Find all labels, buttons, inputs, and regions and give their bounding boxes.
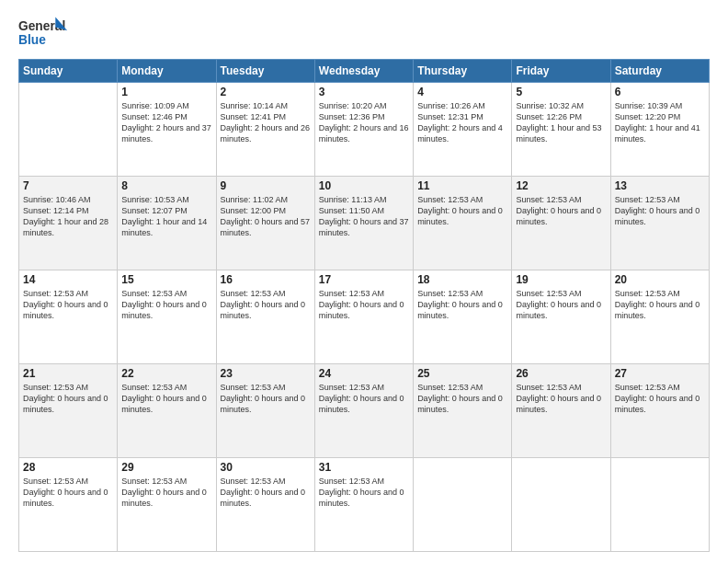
day-number: 11	[417, 179, 507, 192]
day-cell: 5Sunrise: 10:32 AM Sunset: 12:26 PM Dayl…	[512, 83, 610, 177]
day-cell: 20Sunset: 12:53 AM Daylight: 0 hours and…	[610, 270, 709, 364]
day-number: 27	[615, 367, 705, 380]
day-info: Sunset: 12:53 AM Daylight: 0 hours and 0…	[615, 382, 705, 415]
day-info: Sunset: 12:53 AM Daylight: 0 hours and 0…	[319, 382, 409, 415]
day-info: Sunrise: 10:20 AM Sunset: 12:36 PM Dayli…	[319, 100, 409, 145]
day-cell: 8Sunrise: 10:53 AM Sunset: 12:07 PM Dayl…	[118, 177, 216, 270]
day-info: Sunset: 12:53 AM Daylight: 0 hours and 0…	[23, 476, 113, 509]
day-cell: 16Sunset: 12:53 AM Daylight: 0 hours and…	[216, 270, 314, 364]
week-row-4: 21Sunset: 12:53 AM Daylight: 0 hours and…	[19, 364, 710, 458]
day-info: Sunset: 12:53 AM Daylight: 0 hours and 0…	[121, 288, 211, 321]
day-number: 18	[417, 273, 507, 286]
logo: GeneralBlue	[18, 15, 73, 50]
day-info: Sunrise: 10:46 AM Sunset: 12:14 PM Dayli…	[23, 194, 113, 239]
day-info: Sunrise: 10:26 AM Sunset: 12:31 PM Dayli…	[417, 100, 507, 145]
day-cell: 2Sunrise: 10:14 AM Sunset: 12:41 PM Dayl…	[216, 83, 314, 177]
day-number: 23	[221, 367, 311, 380]
svg-text:Blue: Blue	[18, 33, 46, 47]
day-cell: 19Sunset: 12:53 AM Daylight: 0 hours and…	[512, 270, 610, 364]
day-number: 9	[221, 179, 311, 192]
day-cell: 29Sunset: 12:53 AM Daylight: 0 hours and…	[118, 458, 216, 552]
day-info: Sunset: 12:53 AM Daylight: 0 hours and 0…	[221, 382, 311, 415]
day-info: Sunset: 12:53 AM Daylight: 0 hours and 0…	[319, 476, 409, 509]
day-info: Sunrise: 10:09 AM Sunset: 12:46 PM Dayli…	[121, 100, 211, 145]
day-number: 10	[319, 179, 409, 192]
day-number: 25	[417, 367, 507, 380]
column-header-saturday: Saturday	[610, 60, 709, 83]
day-number: 22	[121, 367, 211, 380]
day-cell	[610, 458, 709, 552]
day-number: 15	[121, 273, 211, 286]
day-info: Sunset: 12:53 AM Daylight: 0 hours and 0…	[121, 382, 211, 415]
day-info: Sunset: 12:53 AM Daylight: 0 hours and 0…	[23, 382, 113, 415]
day-info: Sunrise: 11:13 AM Sunset: 11:50 AM Dayli…	[319, 194, 409, 239]
column-header-friday: Friday	[512, 60, 610, 83]
day-cell: 31Sunset: 12:53 AM Daylight: 0 hours and…	[314, 458, 413, 552]
day-number: 17	[319, 273, 409, 286]
header: GeneralBlue	[18, 15, 710, 50]
day-cell: 4Sunrise: 10:26 AM Sunset: 12:31 PM Dayl…	[414, 83, 512, 177]
day-number: 3	[319, 86, 409, 98]
day-info: Sunset: 12:53 AM Daylight: 0 hours and 0…	[23, 288, 113, 321]
day-info: Sunset: 12:53 AM Daylight: 0 hours and 0…	[121, 476, 211, 509]
week-row-2: 7Sunrise: 10:46 AM Sunset: 12:14 PM Dayl…	[19, 177, 710, 270]
day-cell: 11Sunset: 12:53 AM Daylight: 0 hours and…	[414, 177, 512, 270]
day-info: Sunset: 12:53 AM Daylight: 0 hours and 0…	[417, 194, 507, 227]
day-cell: 30Sunset: 12:53 AM Daylight: 0 hours and…	[216, 458, 314, 552]
day-number: 31	[319, 461, 409, 474]
day-info: Sunset: 12:53 AM Daylight: 0 hours and 0…	[615, 194, 705, 227]
day-info: Sunrise: 10:14 AM Sunset: 12:41 PM Dayli…	[221, 100, 311, 145]
day-number: 16	[221, 273, 311, 286]
day-cell: 26Sunset: 12:53 AM Daylight: 0 hours and…	[512, 364, 610, 458]
day-cell: 27Sunset: 12:53 AM Daylight: 0 hours and…	[610, 364, 709, 458]
day-number: 26	[516, 367, 606, 380]
day-info: Sunset: 12:53 AM Daylight: 0 hours and 0…	[221, 288, 311, 321]
week-row-5: 28Sunset: 12:53 AM Daylight: 0 hours and…	[19, 458, 710, 552]
day-cell: 22Sunset: 12:53 AM Daylight: 0 hours and…	[118, 364, 216, 458]
day-cell: 13Sunset: 12:53 AM Daylight: 0 hours and…	[610, 177, 709, 270]
day-cell: 24Sunset: 12:53 AM Daylight: 0 hours and…	[314, 364, 413, 458]
day-cell: 6Sunrise: 10:39 AM Sunset: 12:20 PM Dayl…	[610, 83, 709, 177]
day-number: 8	[121, 179, 211, 192]
day-cell: 9Sunrise: 11:02 AM Sunset: 12:00 PM Dayl…	[216, 177, 314, 270]
day-cell: 1Sunrise: 10:09 AM Sunset: 12:46 PM Dayl…	[118, 83, 216, 177]
day-number: 12	[516, 179, 606, 192]
day-info: Sunrise: 10:39 AM Sunset: 12:20 PM Dayli…	[615, 100, 705, 145]
day-cell	[512, 458, 610, 552]
day-number: 2	[221, 86, 311, 98]
page: GeneralBlue SundayMondayTuesdayWednesday…	[0, 0, 728, 563]
day-cell	[19, 83, 118, 177]
day-number: 13	[615, 179, 705, 192]
calendar-table: SundayMondayTuesdayWednesdayThursdayFrid…	[18, 59, 710, 552]
day-cell: 25Sunset: 12:53 AM Daylight: 0 hours and…	[414, 364, 512, 458]
day-info: Sunrise: 10:53 AM Sunset: 12:07 PM Dayli…	[121, 194, 211, 239]
day-info: Sunset: 12:53 AM Daylight: 0 hours and 0…	[516, 288, 606, 321]
day-cell: 15Sunset: 12:53 AM Daylight: 0 hours and…	[118, 270, 216, 364]
day-number: 30	[221, 461, 311, 474]
week-row-1: 1Sunrise: 10:09 AM Sunset: 12:46 PM Dayl…	[19, 83, 710, 177]
day-number: 20	[615, 273, 705, 286]
day-cell: 21Sunset: 12:53 AM Daylight: 0 hours and…	[19, 364, 118, 458]
header-row: SundayMondayTuesdayWednesdayThursdayFrid…	[19, 60, 710, 83]
day-number: 29	[121, 461, 211, 474]
day-number: 24	[319, 367, 409, 380]
day-number: 28	[23, 461, 113, 474]
column-header-thursday: Thursday	[414, 60, 512, 83]
column-header-tuesday: Tuesday	[216, 60, 314, 83]
week-row-3: 14Sunset: 12:53 AM Daylight: 0 hours and…	[19, 270, 710, 364]
column-header-wednesday: Wednesday	[314, 60, 413, 83]
day-number: 5	[516, 86, 606, 98]
day-number: 7	[23, 179, 113, 192]
day-info: Sunset: 12:53 AM Daylight: 0 hours and 0…	[516, 382, 606, 415]
day-number: 1	[121, 86, 211, 98]
day-cell: 3Sunrise: 10:20 AM Sunset: 12:36 PM Dayl…	[314, 83, 413, 177]
day-info: Sunset: 12:53 AM Daylight: 0 hours and 0…	[417, 382, 507, 415]
day-cell	[414, 458, 512, 552]
day-cell: 28Sunset: 12:53 AM Daylight: 0 hours and…	[19, 458, 118, 552]
day-info: Sunset: 12:53 AM Daylight: 0 hours and 0…	[221, 476, 311, 509]
day-cell: 18Sunset: 12:53 AM Daylight: 0 hours and…	[414, 270, 512, 364]
day-number: 21	[23, 367, 113, 380]
day-info: Sunset: 12:53 AM Daylight: 0 hours and 0…	[516, 194, 606, 227]
day-number: 19	[516, 273, 606, 286]
day-number: 4	[417, 86, 507, 98]
